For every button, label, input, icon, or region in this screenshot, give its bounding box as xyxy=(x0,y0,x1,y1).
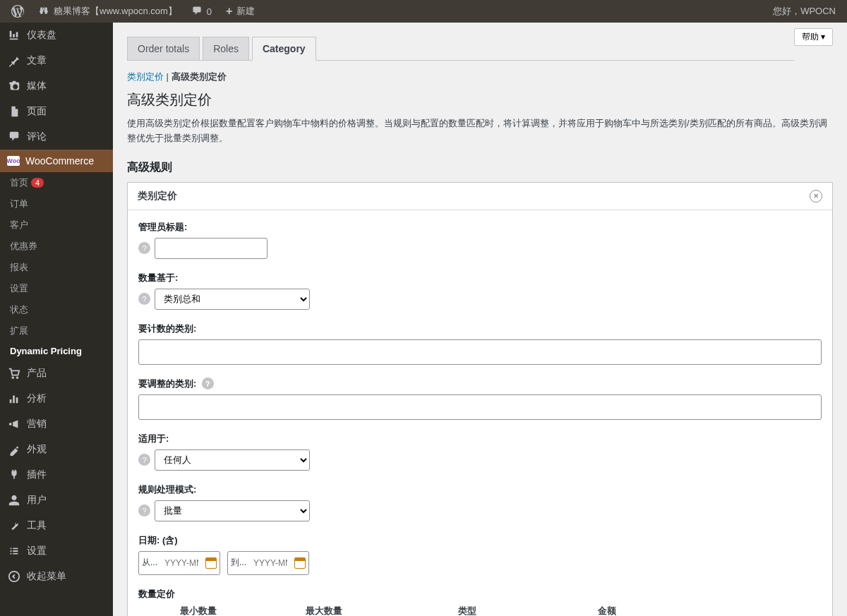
page-title: 高级类别定价 xyxy=(127,90,833,109)
menu-posts[interactable]: 文章 xyxy=(0,48,113,73)
page-icon xyxy=(7,104,21,119)
marketing-icon xyxy=(7,417,21,431)
site-name: 糖果博客【www.wpocn.com】 xyxy=(54,5,177,18)
rule-mode-select[interactable]: 批量 xyxy=(155,500,310,521)
breadcrumb-link[interactable]: 类别定价 xyxy=(127,71,164,82)
calendar-icon[interactable] xyxy=(205,557,217,569)
count-cat-label: 要计数的类别: xyxy=(138,322,822,335)
menu-marketing[interactable]: 营销 xyxy=(0,411,113,437)
menu-plugins[interactable]: 插件 xyxy=(0,462,113,488)
help-button[interactable]: 帮助 ▾ xyxy=(794,28,833,46)
adjust-cat-input[interactable] xyxy=(138,394,822,420)
help-tip-icon[interactable]: ? xyxy=(202,378,214,389)
menu-settings[interactable]: 设置 xyxy=(0,538,113,564)
svg-point-0 xyxy=(9,572,19,581)
help-tip-icon[interactable]: ? xyxy=(138,293,150,305)
admin-toolbar: 糖果博客【www.wpocn.com】 0 + 新建 您好，WPOCN xyxy=(0,0,847,23)
page-description: 使用高级类别定价根据数量配置客户购物车中物料的价格调整。当规则与配置的数量匹配时… xyxy=(127,116,833,146)
qty-based-label: 数量基于: xyxy=(138,272,822,284)
submenu-customers[interactable]: 客户 xyxy=(0,215,113,236)
count-cat-input[interactable] xyxy=(138,339,822,365)
adjust-cat-label: 要调整的类别: ? xyxy=(138,378,822,390)
rule-mode-label: 规则处理模式: xyxy=(138,483,822,496)
admin-title-label: 管理员标题: xyxy=(138,221,822,234)
menu-woocommerce[interactable]: WooWooCommerce xyxy=(0,150,113,172)
menu-media[interactable]: 媒体 xyxy=(0,73,113,99)
close-icon[interactable]: ✕ xyxy=(810,190,822,203)
submenu-home[interactable]: 首页4 xyxy=(0,172,113,193)
comments-link[interactable]: 0 xyxy=(186,0,217,23)
main-content: 帮助 ▾ Order totals Roles Category 类别定价 | … xyxy=(113,23,847,616)
help-tip-icon[interactable]: ? xyxy=(138,242,150,254)
collapse-icon xyxy=(7,569,21,584)
dashboard-icon xyxy=(7,28,21,42)
analytics-icon xyxy=(7,392,21,406)
breadcrumb: 类别定价 | 高级类别定价 xyxy=(127,71,833,83)
menu-analytics[interactable]: 分析 xyxy=(0,386,113,411)
menu-appearance[interactable]: 外观 xyxy=(0,437,113,462)
date-label: 日期: (含) xyxy=(138,534,822,547)
submenu-coupons[interactable]: 优惠券 xyxy=(0,236,113,257)
product-icon xyxy=(7,366,21,380)
user-greeting[interactable]: 您好，WPOCN xyxy=(767,0,841,23)
help-tip-icon[interactable]: ? xyxy=(138,454,150,466)
menu-collapse[interactable]: 收起菜单 xyxy=(0,564,113,589)
col-amount-label: 金额 xyxy=(551,605,663,616)
col-min-label: 最小数量 xyxy=(138,605,258,616)
date-to-input[interactable] xyxy=(249,553,292,573)
user-icon xyxy=(7,493,21,507)
site-link[interactable]: 糖果博客【www.wpocn.com】 xyxy=(32,0,183,23)
menu-tools[interactable]: 工具 xyxy=(0,513,113,538)
pricing-panel: 类别定价 ✕ 管理员标题: ? 数量基于: ? 类别总和 xyxy=(127,182,833,616)
admin-title-input[interactable] xyxy=(155,238,268,259)
date-from-input[interactable] xyxy=(160,553,203,573)
menu-users[interactable]: 用户 xyxy=(0,488,113,513)
appearance-icon xyxy=(7,442,21,457)
tools-icon xyxy=(7,519,21,533)
submenu-orders[interactable]: 订单 xyxy=(0,193,113,215)
submenu-reports[interactable]: 报表 xyxy=(0,257,113,278)
qty-pricing-label: 数量定价 xyxy=(138,588,822,600)
badge-count: 4 xyxy=(31,178,44,188)
comment-icon xyxy=(7,130,21,144)
date-from-prefix: 从... xyxy=(142,557,157,569)
submenu-status[interactable]: 状态 xyxy=(0,299,113,320)
submenu-extensions[interactable]: 扩展 xyxy=(0,320,113,342)
submenu-dynamic-pricing[interactable]: Dynamic Pricing xyxy=(0,342,113,361)
calendar-icon[interactable] xyxy=(294,557,306,569)
qty-based-select[interactable]: 类别总和 xyxy=(155,289,310,310)
new-content[interactable]: + 新建 xyxy=(220,0,260,23)
woocommerce-icon: Woo xyxy=(7,156,20,166)
tab-order-totals[interactable]: Order totals xyxy=(127,37,200,60)
applies-to-select[interactable]: 任何人 xyxy=(155,449,310,471)
tab-roles[interactable]: Roles xyxy=(203,37,249,60)
help-tip-icon[interactable]: ? xyxy=(138,505,150,517)
menu-pages[interactable]: 页面 xyxy=(0,99,113,124)
menu-products[interactable]: 产品 xyxy=(0,361,113,386)
menu-dashboard[interactable]: 仪表盘 xyxy=(0,23,113,48)
wp-logo[interactable] xyxy=(6,0,30,23)
menu-comments[interactable]: 评论 xyxy=(0,124,113,150)
applies-to-label: 适用于: xyxy=(138,433,822,445)
settings-icon xyxy=(7,544,21,558)
admin-sidebar: 仪表盘 文章 媒体 页面 评论 WooWooCommerce 首页4 订单 客户… xyxy=(0,23,113,616)
plugin-icon xyxy=(7,468,21,482)
tab-category[interactable]: Category xyxy=(252,37,316,61)
panel-title: 类别定价 xyxy=(138,190,177,203)
section-title: 高级规则 xyxy=(127,160,833,175)
submenu-settings[interactable]: 设置 xyxy=(0,278,113,299)
media-icon xyxy=(7,79,21,93)
tabs-nav: Order totals Roles Category xyxy=(127,37,794,61)
col-type-label: 类型 xyxy=(390,605,545,616)
pin-icon xyxy=(7,54,21,68)
date-to-prefix: 到... xyxy=(231,557,246,569)
breadcrumb-current: 高级类别定价 xyxy=(172,71,227,82)
col-max-label: 最大数量 xyxy=(264,605,384,616)
